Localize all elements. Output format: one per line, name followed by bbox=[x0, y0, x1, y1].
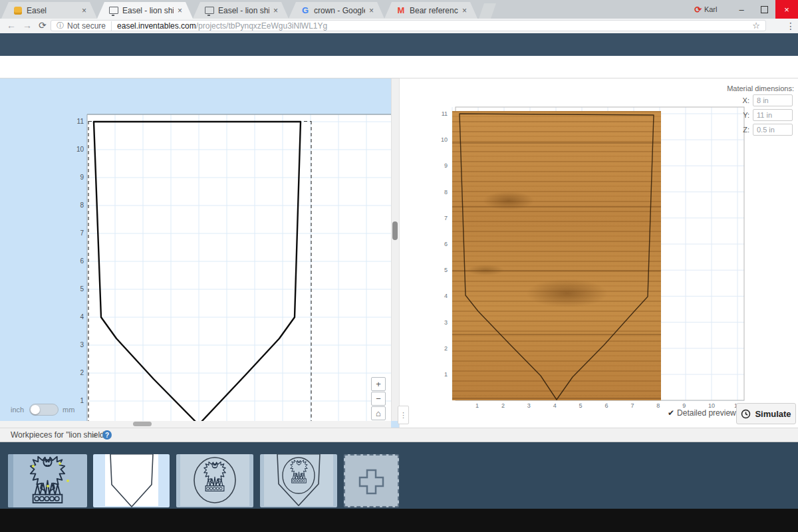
forward-icon[interactable]: → bbox=[23, 20, 32, 31]
simulate-button[interactable]: Simulate bbox=[736, 403, 796, 424]
dim-y-row: Y: bbox=[733, 109, 793, 121]
help-icon[interactable]: ? bbox=[102, 430, 112, 440]
bookmark-star-icon[interactable]: ☆ bbox=[752, 21, 760, 31]
dim-x-row: X: bbox=[733, 94, 793, 106]
url-omnibox[interactable]: ⓘ Not secure easel.inventables.com /proj… bbox=[51, 20, 766, 31]
dim-x-input[interactable] bbox=[753, 94, 793, 106]
canvas-ruler-label: 6 bbox=[66, 257, 84, 265]
canvas-ruler-label: 5 bbox=[66, 285, 84, 293]
info-icon[interactable]: ⓘ bbox=[57, 21, 64, 31]
dim-z-label: Z: bbox=[733, 126, 749, 134]
design-canvas[interactable]: 1110987654321 + − ⌂ inch mm bbox=[0, 78, 399, 428]
workpiece-thumb-shield-outline[interactable] bbox=[93, 454, 170, 507]
simulate-clock-icon bbox=[741, 409, 751, 419]
google-favicon: G bbox=[301, 6, 310, 15]
tab-close-icon[interactable]: × bbox=[369, 6, 374, 15]
canvas-hscrollbar-thumb[interactable] bbox=[133, 422, 152, 426]
url-host: easel.inventables.com bbox=[117, 21, 196, 31]
back-icon[interactable]: ← bbox=[7, 20, 16, 31]
canvas-vscrollbar-thumb[interactable] bbox=[392, 221, 398, 240]
tab-label: Easel - lion shield inlay bbox=[218, 6, 269, 15]
simulate-label: Simulate bbox=[755, 409, 791, 419]
axis-tick-label: 6 bbox=[605, 402, 608, 409]
zoom-home-button[interactable]: ⌂ bbox=[371, 406, 386, 420]
tab-close-icon[interactable]: × bbox=[82, 6, 86, 15]
zoom-in-button[interactable]: + bbox=[371, 377, 386, 391]
easel-favicon bbox=[109, 6, 118, 15]
dim-z-row: Z: bbox=[733, 124, 793, 136]
easel-header: lion shield ☆ File Edit Machine Help Fai… bbox=[0, 33, 798, 56]
window-restore-button[interactable] bbox=[753, 0, 775, 19]
workpieces-panel bbox=[0, 442, 798, 509]
tab-bear-reference[interactable]: M Bear reference - karlchris × bbox=[384, 2, 477, 19]
workpiece-thumb-shield-lions[interactable] bbox=[260, 454, 337, 507]
dim-y-label: Y: bbox=[733, 111, 749, 119]
window-close-button[interactable]: × bbox=[775, 0, 798, 19]
canvas-ruler-label: 7 bbox=[66, 229, 84, 237]
new-tab-button[interactable] bbox=[479, 3, 496, 19]
workpiece-thumb-lions-crown[interactable] bbox=[8, 454, 87, 507]
sync-error-icon: ⟳ bbox=[694, 5, 702, 15]
screen: Easel × Easel - lion shield × Easel - li… bbox=[0, 0, 798, 532]
pane-divider-grip[interactable]: ⋮ bbox=[398, 406, 409, 424]
axis-tick-label: 5 bbox=[438, 267, 448, 273]
tab-crown-search[interactable]: G crown - Google Search × bbox=[289, 2, 384, 19]
tab-label: Bear reference - karlchris bbox=[410, 6, 458, 15]
axis-tick-label: 8 bbox=[438, 189, 448, 196]
canvas-ruler-label: 8 bbox=[66, 201, 84, 209]
canvas-hscrollbar[interactable] bbox=[0, 421, 391, 428]
tab-label: Easel bbox=[27, 6, 78, 15]
axis-tick-label: 5 bbox=[579, 402, 583, 409]
easel-toolbar: ■ ● ▲ ★ ✎ T ☺ Icons Apps Import bbox=[0, 56, 798, 78]
axis-tick-label: 3 bbox=[527, 402, 531, 409]
add-workpiece-button[interactable] bbox=[344, 454, 399, 507]
collapse-chevron-icon[interactable]: « bbox=[89, 434, 98, 438]
tab-easel[interactable]: Easel × bbox=[1, 2, 97, 19]
dim-x-label: X: bbox=[733, 96, 749, 104]
browser-profile-badge[interactable]: ⟳ Karl bbox=[694, 3, 717, 15]
tab-close-icon[interactable]: × bbox=[178, 6, 182, 15]
axis-tick-label: 4 bbox=[438, 293, 448, 299]
browser-tab-strip: Easel × Easel - lion shield × Easel - li… bbox=[0, 0, 798, 19]
axis-tick-label: 1 bbox=[438, 371, 448, 378]
detailed-preview-checkbox[interactable]: ✔Detailed preview bbox=[668, 408, 736, 418]
canvas-ruler-label: 10 bbox=[66, 146, 84, 153]
gmail-favicon: M bbox=[396, 6, 406, 15]
check-icon: ✔ bbox=[668, 408, 674, 418]
tab-easel-lion-shield-inlay[interactable]: Easel - lion shield inlay × bbox=[193, 2, 289, 19]
browser-address-bar: ← → ⟳ ⓘ Not secure easel.inventables.com… bbox=[0, 19, 798, 34]
axis-tick-label: 7 bbox=[438, 215, 448, 221]
axis-tick-label: 4 bbox=[553, 402, 557, 409]
easel-favicon bbox=[205, 6, 214, 15]
workpiece-thumb-lions-circle[interactable] bbox=[176, 454, 253, 507]
canvas-ruler-label: 2 bbox=[66, 369, 84, 376]
window-minimize-button[interactable]: – bbox=[730, 0, 753, 19]
url-path: /projects/tbPynqxzEeWgu3iNlWL1Yg bbox=[196, 21, 327, 31]
tab-close-icon[interactable]: × bbox=[273, 6, 278, 15]
axis-tick-label: 10 bbox=[438, 136, 448, 143]
axis-tick-label: 2 bbox=[501, 402, 505, 409]
dim-z-input[interactable] bbox=[753, 124, 793, 136]
workpieces-bar: Workpieces for "lion shield " « ? bbox=[0, 428, 798, 442]
axis-tick-label: 11 bbox=[438, 110, 448, 117]
canvas-ruler-label: 11 bbox=[66, 118, 84, 125]
shield-toolpath-outline bbox=[460, 114, 654, 400]
unit-mm-label: mm bbox=[63, 406, 74, 414]
easel-home-favicon bbox=[13, 6, 23, 15]
unit-toggle-knob[interactable] bbox=[31, 405, 40, 414]
plus-icon bbox=[345, 456, 398, 506]
reload-icon[interactable]: ⟳ bbox=[39, 20, 47, 31]
preview-pane: 1234567891011 1110987654321 Material dim… bbox=[399, 78, 798, 428]
canvas-vscrollbar[interactable] bbox=[391, 78, 399, 421]
canvas-ruler-label: 1 bbox=[66, 397, 84, 404]
profile-name: Karl bbox=[704, 5, 718, 13]
tab-easel-lion-shield[interactable]: Easel - lion shield × bbox=[97, 2, 193, 19]
zoom-out-button[interactable]: − bbox=[371, 392, 386, 406]
axis-tick-label: 6 bbox=[438, 241, 448, 247]
canvas-grid bbox=[0, 78, 399, 421]
tab-close-icon[interactable]: × bbox=[462, 6, 467, 15]
canvas-ruler-label: 4 bbox=[66, 313, 84, 321]
tab-label: crown - Google Search bbox=[314, 6, 365, 15]
dim-y-input[interactable] bbox=[753, 109, 793, 121]
browser-menu-icon[interactable]: ⋮ bbox=[786, 21, 795, 31]
